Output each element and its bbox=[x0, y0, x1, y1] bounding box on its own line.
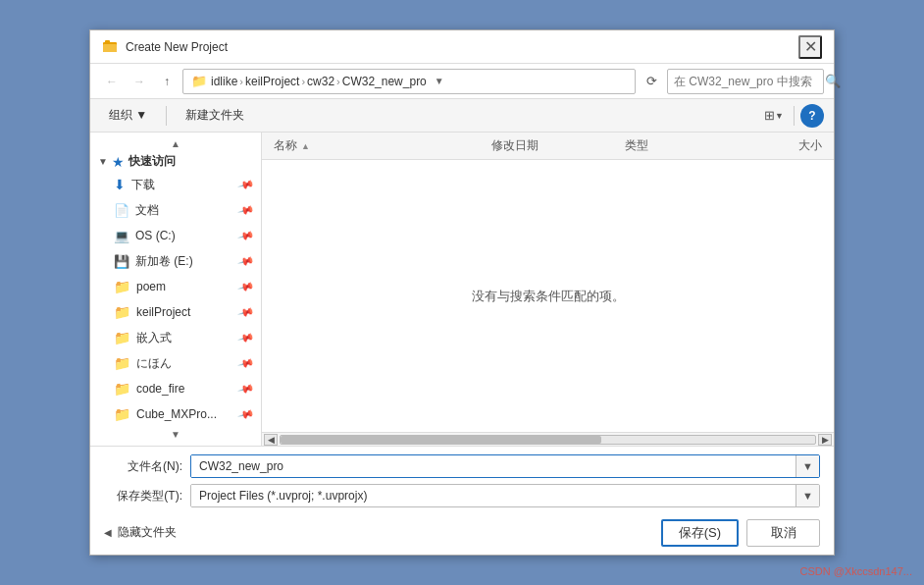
sidebar-item-keil-project[interactable]: 📁 keilProject 📌 bbox=[90, 299, 261, 325]
svg-rect-1 bbox=[103, 44, 117, 52]
action-buttons: 保存(S) 取消 bbox=[661, 513, 820, 547]
sidebar-item-label: code_fire bbox=[136, 382, 233, 396]
pin-icon: 📌 bbox=[237, 252, 256, 270]
filetype-row: 保存类型(T): Project Files (*.uvproj; *.uvpr… bbox=[104, 484, 820, 507]
filetype-label: 保存类型(T): bbox=[104, 488, 182, 505]
create-project-dialog: Create New Project ✕ ← → ↑ 📁 idlike › ke… bbox=[89, 29, 835, 556]
up-button[interactable]: ↑ bbox=[155, 70, 179, 93]
pin-icon: 📌 bbox=[237, 176, 256, 193]
breadcrumb[interactable]: 📁 idlike › keilProject › cw32 › CW32_new… bbox=[182, 69, 636, 94]
close-button[interactable]: ✕ bbox=[798, 35, 822, 59]
navigation-bar: ← → ↑ 📁 idlike › keilProject › cw32 › CW… bbox=[90, 64, 834, 99]
folder-icon: 📁 bbox=[191, 74, 207, 88]
scroll-thumb[interactable] bbox=[281, 436, 601, 444]
sidebar-item-label: にほん bbox=[136, 355, 233, 372]
pin-icon: 📌 bbox=[237, 227, 256, 244]
column-type[interactable]: 类型 bbox=[621, 137, 734, 154]
pin-icon: 📌 bbox=[237, 278, 256, 295]
column-name[interactable]: 名称 ▲ bbox=[270, 137, 488, 154]
sidebar-item-poem[interactable]: 📁 poem 📌 bbox=[90, 274, 261, 299]
breadcrumb-path: idlike › keilProject › cw32 › CW32_new_p… bbox=[211, 75, 427, 88]
view-button[interactable]: ⊞ ▼ bbox=[760, 104, 788, 128]
pin-icon: 📌 bbox=[237, 201, 256, 219]
quick-access-icon: ★ bbox=[112, 154, 125, 170]
folder-icon: 📁 bbox=[114, 355, 130, 371]
filename-input-container[interactable]: ▼ bbox=[190, 454, 820, 478]
file-table-header: 名称 ▲ 修改日期 类型 大小 bbox=[262, 133, 834, 160]
search-input[interactable] bbox=[674, 75, 821, 88]
scroll-left-button[interactable]: ◀ bbox=[264, 434, 278, 446]
quick-access-section[interactable]: ▼ ★ 快速访问 bbox=[90, 151, 261, 172]
cancel-button[interactable]: 取消 bbox=[746, 519, 820, 547]
title-bar-left: Create New Project bbox=[102, 39, 228, 55]
help-button[interactable]: ? bbox=[800, 104, 824, 128]
sidebar-item-label: 文档 bbox=[135, 202, 233, 219]
sidebar-item-label: poem bbox=[136, 280, 233, 293]
pin-icon: 📌 bbox=[237, 405, 256, 423]
filename-dropdown-button[interactable]: ▼ bbox=[796, 455, 819, 477]
drive-icon: 💾 bbox=[114, 254, 129, 269]
hide-folders-chevron-icon: ◀ bbox=[104, 527, 112, 538]
filename-input[interactable] bbox=[191, 455, 796, 477]
scroll-right-button[interactable]: ▶ bbox=[818, 434, 832, 446]
sidebar-item-documents[interactable]: 📄 文档 📌 bbox=[90, 197, 261, 223]
watermark: CSDN @Xkccsdn147... bbox=[800, 565, 913, 577]
sidebar-item-label: Cube_MXPro... bbox=[136, 407, 233, 421]
search-icon: 🔍 bbox=[825, 74, 841, 88]
filetype-dropdown-button[interactable]: ▼ bbox=[796, 485, 819, 506]
breadcrumb-chevron-icon: ▼ bbox=[435, 76, 444, 86]
view-icon: ⊞ bbox=[764, 108, 775, 123]
column-date[interactable]: 修改日期 bbox=[488, 137, 621, 154]
sidebar-item-code-fire[interactable]: 📁 code_fire 📌 bbox=[90, 376, 261, 401]
refresh-button[interactable]: ⟳ bbox=[640, 70, 663, 93]
horizontal-scrollbar[interactable]: ◀ ▶ bbox=[262, 432, 834, 446]
breadcrumb-part-1: idlike bbox=[211, 75, 237, 88]
view-dropdown-icon: ▼ bbox=[775, 111, 784, 121]
pin-icon: 📌 bbox=[237, 380, 256, 398]
toolbar: 组织 ▼ 新建文件夹 ⊞ ▼ ? bbox=[90, 99, 834, 133]
dialog-title: Create New Project bbox=[126, 40, 228, 54]
sidebar-item-label: 下载 bbox=[131, 177, 233, 193]
file-area: 名称 ▲ 修改日期 类型 大小 没有与搜索条件匹配的项。 bbox=[262, 133, 834, 446]
filetype-select-container[interactable]: Project Files (*.uvproj; *.uvprojx) ▼ bbox=[190, 484, 820, 507]
sidebar-item-embedded[interactable]: 📁 嵌入式 📌 bbox=[90, 325, 261, 350]
sidebar-scroll-down[interactable]: ▼ bbox=[90, 427, 261, 442]
toolbar-separator-2 bbox=[794, 106, 795, 126]
sidebar-item-c-drive[interactable]: 💻 OS (C:) 📌 bbox=[90, 223, 261, 248]
file-list: 没有与搜索条件匹配的项。 bbox=[262, 160, 834, 432]
sort-icon: ▲ bbox=[301, 141, 310, 151]
pin-icon: 📌 bbox=[237, 329, 256, 346]
sidebar-item-cube-mxpro[interactable]: 📁 Cube_MXPro... 📌 bbox=[90, 401, 261, 427]
filetype-value: Project Files (*.uvproj; *.uvprojx) bbox=[191, 485, 796, 506]
folder-icon: 📁 bbox=[114, 330, 130, 346]
save-button[interactable]: 保存(S) bbox=[661, 519, 739, 547]
search-bar[interactable]: 🔍 bbox=[667, 69, 824, 94]
organize-button[interactable]: 组织 ▼ bbox=[100, 104, 156, 128]
title-bar: Create New Project ✕ bbox=[90, 30, 834, 64]
hide-folders-row[interactable]: ◀ 隐藏文件夹 bbox=[104, 516, 177, 545]
pin-icon: 📌 bbox=[237, 303, 256, 321]
folder-icon: 📁 bbox=[114, 279, 130, 294]
sidebar: ▲ ▼ ★ 快速访问 ⬇ 下载 📌 📄 文档 📌 bbox=[90, 133, 262, 446]
sidebar-item-e-drive[interactable]: 💾 新加卷 (E:) 📌 bbox=[90, 248, 261, 274]
svg-rect-2 bbox=[105, 40, 110, 43]
bottom-area: 文件名(N): ▼ 保存类型(T): Project Files (*.uvpr… bbox=[90, 446, 834, 555]
app-icon bbox=[102, 39, 118, 55]
scroll-track[interactable] bbox=[280, 435, 816, 445]
breadcrumb-part-4: CW32_new_pro bbox=[342, 75, 427, 88]
back-button[interactable]: ← bbox=[100, 70, 124, 93]
document-icon: 📄 bbox=[114, 203, 129, 218]
toolbar-separator bbox=[166, 106, 167, 126]
new-folder-button[interactable]: 新建文件夹 bbox=[177, 104, 253, 128]
column-size[interactable]: 大小 bbox=[734, 137, 826, 154]
section-chevron-icon: ▼ bbox=[98, 156, 108, 167]
sidebar-item-nihon[interactable]: 📁 にほん 📌 bbox=[90, 350, 261, 376]
filename-row: 文件名(N): ▼ bbox=[104, 454, 820, 478]
forward-button[interactable]: → bbox=[128, 70, 151, 93]
hide-folders-label: 隐藏文件夹 bbox=[118, 524, 177, 541]
filename-label: 文件名(N): bbox=[104, 458, 182, 475]
download-icon: ⬇ bbox=[114, 177, 126, 192]
sidebar-scroll-up[interactable]: ▲ bbox=[90, 136, 261, 151]
breadcrumb-part-3: cw32 bbox=[307, 75, 334, 88]
sidebar-item-downloads[interactable]: ⬇ 下载 📌 bbox=[90, 172, 261, 197]
